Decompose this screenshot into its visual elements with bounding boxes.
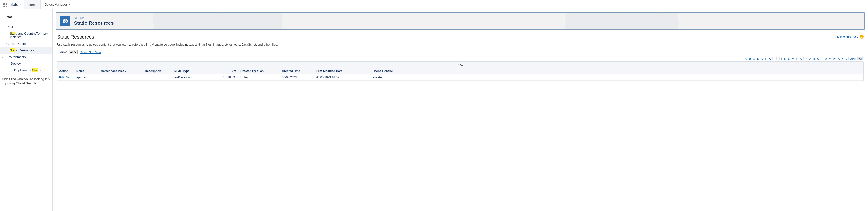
alpha-q[interactable]: Q	[808, 57, 812, 60]
tab-home-label: Home	[28, 3, 36, 7]
col-name[interactable]: Name	[74, 68, 99, 74]
view-select[interactable]: All	[69, 50, 78, 54]
alpha-a[interactable]: A	[744, 57, 748, 60]
content-heading: Static Resources	[57, 34, 864, 40]
resource-name-link[interactable]: apirtcsio	[76, 76, 87, 79]
tree-leaf-static-resources[interactable]: Static Resources	[0, 47, 52, 54]
tab-home[interactable]: Home	[24, 0, 41, 9]
cell-mime: text/javascript	[172, 74, 221, 81]
tree-leaf-state-country[interactable]: State and Country/Territory Picklists	[0, 30, 52, 40]
col-created-date[interactable]: Created Date	[280, 68, 314, 74]
search-icon	[5, 15, 5, 19]
highlight: Stat	[32, 68, 38, 72]
tab-object-manager[interactable]: Object Manager ▾	[41, 0, 75, 9]
cell-action: Edit|Del	[57, 74, 74, 81]
alpha-t[interactable]: T	[820, 57, 824, 60]
tree-section-data[interactable]: ⌄ Data	[0, 24, 52, 30]
col-namespace[interactable]: Namespace Prefix	[99, 68, 143, 74]
tab-object-manager-label: Object Manager	[44, 3, 67, 6]
cell-created-by: UUser	[239, 74, 280, 81]
col-description[interactable]: Description	[143, 68, 172, 74]
alpha-c[interactable]: C	[752, 57, 756, 60]
static-resources-icon	[60, 16, 70, 26]
svg-point-0	[5, 17, 5, 17]
alpha-other[interactable]: Other	[849, 57, 858, 60]
edit-link[interactable]: Edit	[59, 76, 64, 79]
alpha-e[interactable]: E	[760, 57, 764, 60]
alpha-l[interactable]: L	[787, 57, 791, 60]
cell-description	[143, 74, 172, 81]
alpha-b[interactable]: B	[748, 57, 752, 60]
col-size[interactable]: Size	[221, 68, 239, 74]
tree-section-deploy-label: Deploy	[11, 62, 21, 65]
alpha-s[interactable]: S	[816, 57, 820, 60]
chevron-down-icon: ⌄	[2, 42, 5, 45]
col-cache[interactable]: Cache Control	[371, 68, 863, 74]
alpha-n[interactable]: N	[795, 57, 800, 60]
alpha-r[interactable]: R	[812, 57, 816, 60]
alpha-filter: ABCDEFGHIJKLMNOPQRSTUVWXYZOtherAll	[57, 57, 864, 60]
main-content: SETUP Static Resources Help for this Pag…	[53, 9, 868, 211]
new-button[interactable]: New	[455, 63, 466, 67]
tree-section-deploy[interactable]: ⌄ Deploy	[0, 60, 52, 67]
alpha-g[interactable]: G	[768, 57, 773, 60]
chevron-down-icon: ⌄	[6, 62, 9, 65]
alpha-y[interactable]: Y	[841, 57, 845, 60]
alpha-z[interactable]: Z	[845, 57, 849, 60]
content-description: Use static resources to upload content t…	[57, 43, 864, 46]
highlight: Stat	[10, 32, 16, 35]
tree-section-environments[interactable]: ⌄ Environments	[0, 54, 52, 60]
cell-cache: Private	[371, 74, 863, 81]
chevron-down-icon: ⌄	[2, 26, 5, 28]
help-link-label: Help for this Page	[836, 35, 858, 38]
top-nav: Setup Home Object Manager ▾	[0, 0, 868, 9]
alpha-i[interactable]: I	[777, 57, 780, 60]
alpha-m[interactable]: M	[791, 57, 795, 60]
page-title: Static Resources	[74, 20, 114, 26]
page-header-band: SETUP Static Resources	[56, 12, 865, 30]
table-row: Edit|Del apirtcsio text/javascript 1 338…	[57, 74, 863, 81]
alpha-all[interactable]: All	[858, 57, 863, 60]
view-selector-row: View: All Create New View	[60, 50, 864, 54]
cell-size: 1 338 590	[221, 74, 239, 81]
setup-sidebar: ⌄ Data State and Country/Territory Pickl…	[0, 9, 53, 211]
alpha-f[interactable]: F	[764, 57, 768, 60]
highlight: Stat	[10, 49, 16, 52]
alpha-x[interactable]: X	[837, 57, 841, 60]
quick-find-input[interactable]	[7, 15, 48, 19]
alpha-k[interactable]: K	[783, 57, 787, 60]
view-label: View:	[60, 51, 67, 54]
setup-title: Setup	[9, 0, 24, 9]
chevron-down-icon: ⌄	[2, 56, 5, 58]
help-link[interactable]: Help for this Page ?	[836, 35, 864, 39]
tree-section-custom-code-label: Custom Code	[6, 42, 26, 46]
alpha-d[interactable]: D	[756, 57, 760, 60]
cell-created-date: 03/05/2023	[280, 74, 314, 81]
col-mime[interactable]: MIME Type	[172, 68, 221, 74]
app-launcher-icon[interactable]	[0, 0, 9, 9]
alpha-u[interactable]: U	[824, 57, 828, 60]
quick-find-box[interactable]	[2, 13, 51, 21]
alpha-h[interactable]: H	[773, 57, 777, 60]
alpha-w[interactable]: W	[832, 57, 837, 60]
alpha-p[interactable]: P	[804, 57, 808, 60]
tree-section-data-label: Data	[6, 25, 13, 29]
create-new-view-link[interactable]: Create New View	[80, 51, 101, 54]
alpha-j[interactable]: J	[780, 57, 783, 60]
breadcrumb: SETUP	[74, 17, 114, 20]
not-found-hint: Didn't find what you're looking for? Try…	[0, 73, 52, 89]
tree-leaf-deployment-status[interactable]: Deployment Status	[0, 67, 52, 73]
cell-name: apirtcsio	[74, 74, 99, 81]
table-header-row: Action Name Namespace Prefix Description…	[57, 68, 863, 74]
tree-section-custom-code[interactable]: ⌄ Custom Code	[0, 40, 52, 47]
col-created-by[interactable]: Created By Alias	[239, 68, 280, 74]
alpha-o[interactable]: O	[800, 57, 804, 60]
cell-namespace	[99, 74, 143, 81]
created-by-link[interactable]: UUser	[240, 76, 249, 79]
del-link[interactable]: Del	[66, 76, 70, 79]
col-last-modified[interactable]: Last Modified Date↓	[314, 68, 371, 74]
cell-last-modified: 04/05/2023 18:02	[314, 74, 371, 81]
help-icon: ?	[860, 35, 864, 39]
col-action: Action	[57, 68, 74, 74]
alpha-v[interactable]: V	[828, 57, 832, 60]
